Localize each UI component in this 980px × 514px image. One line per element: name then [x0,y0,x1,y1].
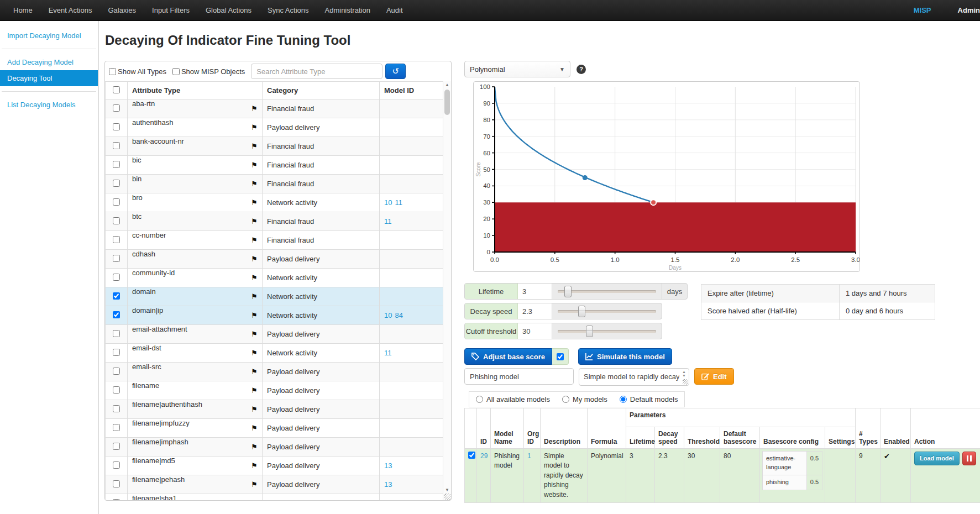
formula-select[interactable]: Polynomial ▼ [464,61,570,77]
sidebar-item-add-decaying-model[interactable]: Add Decaying Model [0,54,98,70]
slider-value-input[interactable]: 2.3 [518,303,552,319]
attribute-row-checkbox[interactable] [113,104,120,112]
misp-brand-link[interactable]: MISP [914,6,931,14]
radio-my-models[interactable]: My models [562,395,607,403]
attribute-row[interactable]: authentihash⚑Payload delivery [106,118,443,137]
flag-icon[interactable]: ⚑ [251,325,258,343]
load-model-button[interactable]: Load model [914,452,960,465]
radio-all-available-models[interactable]: All available models [476,395,550,403]
nav-item-sync-actions[interactable]: Sync Actions [268,6,308,14]
slider-thumb[interactable] [586,326,593,337]
slider-control[interactable] [552,284,662,299]
attribute-row[interactable]: bic⚑Financial fraud [106,156,443,175]
attribute-row[interactable]: filename|md5⚑Payload delivery13 [106,457,443,475]
attribute-row[interactable]: filename|impfuzzy⚑Payload delivery [106,419,443,438]
radio-input-my-models[interactable] [562,396,569,403]
threshold-hit-marker[interactable] [651,200,656,205]
textarea-resize-grip-icon[interactable] [683,379,688,385]
flag-icon[interactable]: ⚑ [251,438,258,456]
attribute-row-checkbox[interactable] [113,330,120,337]
select-all-checkbox[interactable] [113,86,120,93]
nav-item-home[interactable]: Home [13,6,33,14]
scroll-down-icon[interactable]: ▼ [443,487,451,492]
attribute-row[interactable]: domain⚑Network activity [106,287,443,306]
attribute-row-checkbox[interactable] [113,198,120,206]
flag-icon[interactable]: ⚑ [251,475,258,494]
scrollbar-thumb[interactable] [444,90,450,115]
model-id-link[interactable]: 11 [384,349,392,357]
slider-thumb[interactable] [564,286,572,297]
attribute-row[interactable]: email-attachment⚑Payload delivery [106,325,443,344]
flag-icon[interactable]: ⚑ [251,118,258,137]
attribute-row-checkbox[interactable] [113,499,120,501]
attribute-row-checkbox[interactable] [113,461,120,469]
show-all-types-checkbox[interactable] [109,68,116,75]
attribute-row[interactable]: bank-account-nr⚑Financial fraud [106,137,443,156]
attribute-row-checkbox[interactable] [113,386,120,394]
nav-item-galaxies[interactable]: Galaxies [108,6,136,14]
attribute-row[interactable]: filename|authentihash⚑Payload delivery [106,400,443,419]
nav-item-input-filters[interactable]: Input Filters [152,6,190,14]
radio-default-models[interactable]: Default models [620,395,678,403]
flag-icon[interactable]: ⚑ [251,175,258,193]
model-id-link[interactable]: 84 [395,311,402,319]
sidebar-item-list-decaying-models[interactable]: List Decaying Models [0,97,98,113]
show-misp-objects-toggle[interactable]: Show MISP Objects [172,67,245,76]
refresh-button[interactable]: ↺ [385,64,406,79]
adjust-base-score-checkbox[interactable] [557,353,564,360]
model-row-checkbox[interactable] [468,452,475,459]
flag-icon[interactable]: ⚑ [251,99,258,118]
adjust-base-score-button[interactable]: Adjust base score [464,348,552,365]
slider-track[interactable] [558,290,656,293]
slider-control[interactable] [552,323,662,339]
slider-track[interactable] [558,330,656,333]
flag-icon[interactable]: ⚑ [251,494,258,501]
model-id-link[interactable]: 10 [384,198,392,207]
flag-icon[interactable]: ⚑ [251,212,258,230]
spinner-arrows-icon[interactable]: ▲▼ [680,370,688,377]
attribute-row[interactable]: filename|imphash⚑Payload delivery [106,438,443,457]
slider-track[interactable] [558,310,656,313]
attribute-row[interactable]: filename⚑Payload delivery [106,381,443,400]
attribute-row[interactable]: filename|pehash⚑Payload delivery13 [106,475,443,494]
attribute-row-checkbox[interactable] [113,424,120,431]
model-id-link[interactable]: 13 [384,461,392,470]
show-all-types-toggle[interactable]: Show All Types [109,67,166,76]
slider-value-input[interactable]: 3 [518,284,552,299]
scroll-up-icon[interactable]: ▲ [443,82,451,87]
attribute-row-checkbox[interactable] [113,368,120,375]
flag-icon[interactable]: ⚑ [251,287,258,306]
model-id-link[interactable]: 11 [395,198,402,207]
attribute-row[interactable]: bin⚑Financial fraud [106,175,443,193]
attribute-row[interactable]: email-dst⚑Network activity11 [106,344,443,363]
attribute-row[interactable]: filename|sha1⚑Payload delivery13 [106,494,443,501]
nav-item-audit[interactable]: Audit [386,6,403,14]
flag-icon[interactable]: ⚑ [251,381,258,400]
adjust-base-score-toggle[interactable] [552,348,569,365]
slider-thumb[interactable] [578,306,585,317]
attribute-row-checkbox[interactable] [113,443,120,450]
nav-item-global-actions[interactable]: Global Actions [206,6,251,14]
attribute-row-checkbox[interactable] [113,349,120,356]
attribute-row[interactable]: cc-number⚑Financial fraud [106,231,443,250]
sidebar-item-decaying-tool[interactable]: Decaying Tool [0,70,98,86]
model-id-link[interactable]: 10 [384,311,392,319]
attribute-row-checkbox[interactable] [113,274,120,281]
flag-icon[interactable]: ⚑ [251,231,258,249]
flag-icon[interactable]: ⚑ [251,457,258,475]
simulate-model-button[interactable]: Simulate this model [578,348,672,365]
disable-model-button[interactable] [962,452,976,465]
attribute-row-checkbox[interactable] [113,180,120,187]
flag-icon[interactable]: ⚑ [251,156,258,174]
attribute-row[interactable]: bro⚑Network activity1011 [106,193,443,212]
help-icon[interactable]: ? [577,65,586,74]
slider-control[interactable] [552,303,662,319]
attribute-row[interactable]: domain|ip⚑Network activity1084 [106,306,443,325]
attribute-row-checkbox[interactable] [113,142,120,149]
model-id-link[interactable]: 29 [480,452,488,460]
attribute-row[interactable]: email-src⚑Payload delivery [106,363,443,381]
current-score-marker[interactable] [583,175,588,180]
flag-icon[interactable]: ⚑ [251,344,258,362]
flag-icon[interactable]: ⚑ [251,419,258,437]
resize-grip-icon[interactable] [444,494,450,500]
